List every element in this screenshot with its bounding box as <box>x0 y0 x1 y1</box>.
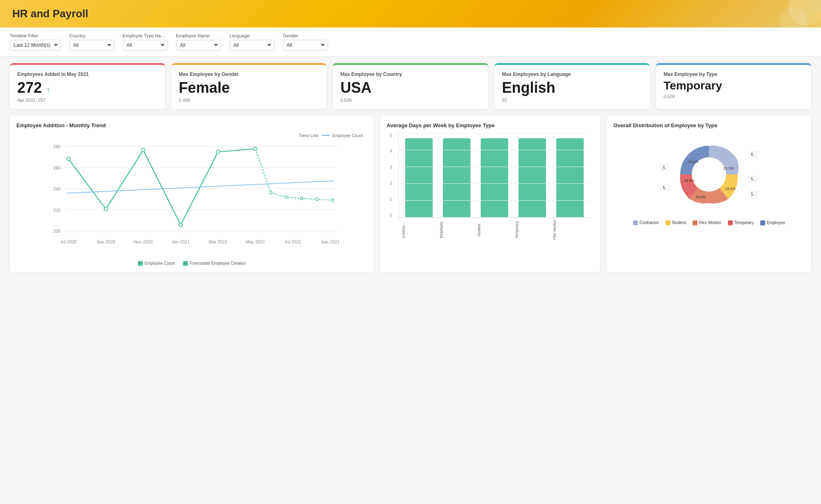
pct-temporary: 19.8% <box>684 179 695 183</box>
kpi-gender-value: Female <box>179 80 319 96</box>
bar-student-fill <box>481 138 508 218</box>
timeline-filter: Timeline Filter: Last 12 Month(s) Last 6… <box>10 33 61 50</box>
footer-employee-count: ✓ Employee Count <box>138 261 175 266</box>
svg-text:Sep 2020: Sep 2020 <box>96 239 115 244</box>
bar-x-label-flexworker: Flex Worker <box>553 220 587 240</box>
footer-employee-count-label: Employee Count <box>144 261 175 266</box>
kpi-gender-sub: 1.40K <box>179 98 319 103</box>
svg-text:240: 240 <box>53 186 61 191</box>
kpi-row: Employees Added in May 2021 272 ↑ Apr 20… <box>0 57 821 116</box>
bar-flexworker-fill <box>556 138 584 218</box>
svg-text:Jan 2021: Jan 2021 <box>172 239 190 244</box>
employee-type-label: Employee Type Na... <box>123 33 168 38</box>
callout-flexworker: 5.. <box>749 191 757 197</box>
donut-wrap: 21.2% 19.5% 19.8% 19.8% 19.2% 6.. 5.. 5.… <box>613 133 805 225</box>
svg-text:200: 200 <box>53 229 61 234</box>
svg-text:280: 280 <box>53 144 61 149</box>
employee-type-select[interactable]: All Temporary <box>123 40 168 50</box>
header: HR and Payroll <box>0 0 821 27</box>
page-title: HR and Payroll <box>12 7 809 20</box>
donut-chart-title: Overall Distribution of Employee by Type <box>613 122 805 128</box>
y-label-0: 0 <box>390 213 396 218</box>
donut-chart-card: Overall Distribution of Employee by Type <box>607 116 811 273</box>
bar-x-label-contractor: Contrac... <box>401 220 436 240</box>
country-select[interactable]: All USA <box>69 40 115 50</box>
svg-point-32 <box>331 199 334 201</box>
callout-contractor: 6.. <box>749 151 757 158</box>
line-chart-footer: ✓ Employee Count ✓ Forecasted Employee C… <box>16 261 367 266</box>
legend-employee: Employee <box>760 220 785 225</box>
y-label-5: 5 <box>390 133 396 138</box>
svg-text:Nov 2020: Nov 2020 <box>134 239 153 244</box>
kpi-gender-title: Max Employee by Gender <box>179 71 319 77</box>
gender-label: Gender: <box>283 33 328 38</box>
svg-point-27 <box>254 147 257 151</box>
bar-temporary <box>515 135 550 218</box>
legend-contractor: Contractor <box>633 220 659 225</box>
footer-forecasted-label: Forecasted Employee Created <box>190 261 245 266</box>
svg-text:260: 260 <box>53 165 61 170</box>
bar-temporary-fill <box>518 138 546 218</box>
legend-dot-flexworker <box>693 220 697 225</box>
legend-dot-employee <box>760 220 765 225</box>
donut-legend: Contractor Student Flex Worker Temporary… <box>633 220 785 225</box>
employee-count-icon: ✓ <box>138 261 143 266</box>
line-chart-svg: 280 260 240 220 200 Jul 2020 Sep 2020 No… <box>16 133 367 257</box>
bar-employee-fill <box>443 138 470 218</box>
svg-point-24 <box>142 148 145 152</box>
country-filter: Country: All USA <box>69 33 115 50</box>
svg-text:May 2021: May 2021 <box>246 239 265 244</box>
svg-point-28 <box>270 191 272 194</box>
pct-student: 19.5% <box>725 187 736 191</box>
pct-flexworker: 19.8% <box>695 195 706 199</box>
bar-employee <box>440 135 474 218</box>
callout-temporary: 5.. <box>660 185 669 191</box>
svg-point-31 <box>316 198 318 200</box>
bar-contractor-fill <box>405 138 433 218</box>
employee-name-select[interactable]: All <box>176 40 221 50</box>
svg-point-2 <box>807 12 821 27</box>
svg-point-30 <box>300 197 303 199</box>
gender-filter: Gender: All Male Female <box>283 33 328 50</box>
pct-employee: 19.2% <box>688 160 699 164</box>
line-chart-card: Employee Addition - Monthly Trend Trend … <box>10 116 374 273</box>
svg-point-25 <box>179 223 183 227</box>
kpi-language-value: English <box>502 80 642 96</box>
legend-label-temporary: Temporary <box>734 220 754 225</box>
svg-text:Mar 2021: Mar 2021 <box>209 239 227 244</box>
svg-point-23 <box>104 207 108 211</box>
kpi-type: Max Employee by Type Temporary 0.62K <box>656 63 811 109</box>
kpi-type-value: Temporary <box>663 80 804 92</box>
bar-flexworker <box>553 135 587 218</box>
forecasted-icon: ✓ <box>183 261 188 266</box>
kpi-added-value: 272 ↑ <box>17 80 158 96</box>
language-select[interactable]: All English <box>229 40 275 50</box>
bar-chart-card: Average Days per Week by Employee Type 0… <box>380 116 601 273</box>
language-label: Language: <box>229 33 275 38</box>
kpi-country-sub: 0.52K <box>340 98 481 103</box>
country-label: Country: <box>69 33 115 38</box>
svg-text:Sep 2021: Sep 2021 <box>321 239 339 244</box>
timeline-select[interactable]: Last 12 Month(s) Last 6 Month(s) Last 3 … <box>10 40 61 50</box>
y-label-2: 2 <box>390 181 396 186</box>
legend-flexworker: Flex Worker <box>693 220 721 225</box>
trend-legend-label: Employee Count <box>333 133 363 138</box>
kpi-gender: Max Employee by Gender Female 1.40K <box>172 63 327 109</box>
trend-line-icon <box>322 135 330 136</box>
gender-select[interactable]: All Male Female <box>283 40 328 50</box>
pct-contractor: 21.2% <box>723 166 734 170</box>
bar-contractor <box>402 135 436 218</box>
kpi-country-value: USA <box>340 80 481 96</box>
footer-forecasted: ✓ Forecasted Employee Created <box>183 261 245 266</box>
kpi-type-sub: 0.62K <box>663 94 804 99</box>
legend-label-employee: Employee <box>767 220 785 225</box>
y-label-4: 4 <box>390 149 396 153</box>
language-filter: Language: All English <box>229 33 275 50</box>
svg-text:220: 220 <box>53 207 61 212</box>
legend-label-student: Student <box>672 220 686 225</box>
legend-dot-temporary <box>728 220 733 225</box>
bar-x-label-student: Student <box>477 220 511 240</box>
line-chart-title: Employee Addition - Monthly Trend <box>16 122 367 128</box>
bar-chart-title: Average Days per Week by Employee Type <box>387 122 594 128</box>
kpi-language: Max Employees by Language English 55 <box>495 63 650 109</box>
